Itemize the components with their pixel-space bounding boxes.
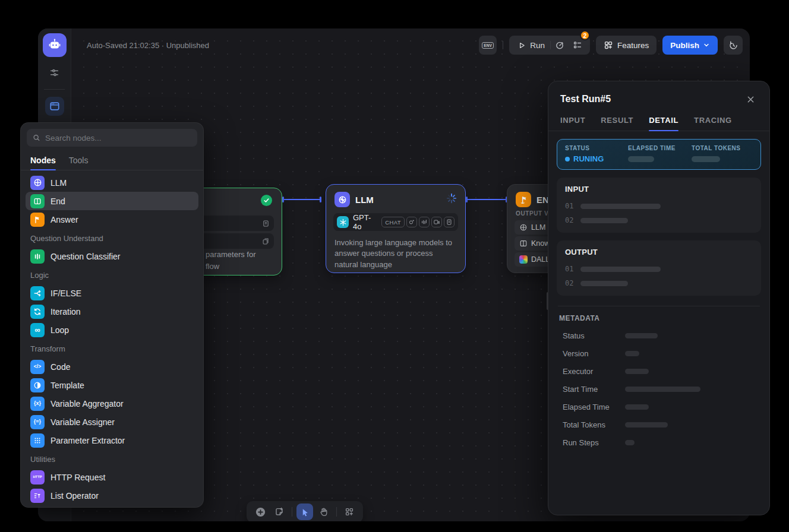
hand-mode-button[interactable]	[315, 504, 332, 520]
elapsed-time-skeleton	[628, 156, 654, 162]
notification-badge: 2	[580, 30, 590, 40]
node-item-if-else[interactable]: IF/ELSE	[26, 284, 198, 302]
node-item-label: Question Classifier	[51, 252, 121, 261]
run-button-group: Run 2	[509, 36, 590, 55]
node-item-variable-assigner[interactable]: {=} Variable Assigner	[26, 413, 198, 431]
checklist-button[interactable]: 2	[570, 37, 585, 53]
workflow-panel-button[interactable]	[45, 97, 64, 116]
model-name: GPT-4o	[353, 213, 377, 231]
search-input[interactable]	[45, 134, 191, 142]
node-item-label: Iteration	[51, 307, 81, 316]
success-check-icon	[261, 195, 272, 206]
tab-tools[interactable]: Tools	[69, 150, 89, 170]
output-title: OUTPUT	[565, 248, 753, 256]
tab-input[interactable]: INPUT	[560, 116, 585, 131]
value-skeleton	[580, 204, 661, 209]
knowledge-book-icon	[519, 239, 528, 248]
run-button[interactable]: Run	[513, 41, 550, 50]
run-history-button[interactable]	[552, 37, 567, 53]
section-utilities: Utilities	[26, 449, 198, 468]
metadata-field-label: Elapsed Time	[563, 403, 625, 411]
section-logic: Logic	[26, 265, 198, 284]
running-dot-icon	[565, 157, 570, 162]
node-item-label: LLM	[51, 178, 67, 188]
end-node-icon	[516, 192, 531, 207]
run-label: Run	[530, 41, 545, 50]
start-node-description: parameters for flow	[206, 249, 256, 272]
edge-start-to-llm	[283, 199, 321, 200]
toolbar-divider	[336, 507, 337, 517]
vision-capability-icon	[406, 217, 417, 227]
organize-layout-button[interactable]	[341, 504, 358, 520]
llm-node[interactable]: LLM GPT-4o CHAT	[326, 184, 466, 273]
total-tokens-skeleton	[692, 156, 720, 162]
node-item-iteration[interactable]: Iteration	[26, 302, 198, 321]
run-panel-tabs: INPUT RESULT DETAIL TRACING	[548, 116, 769, 131]
input-title: INPUT	[565, 185, 753, 194]
metadata-skeleton	[625, 404, 649, 410]
document-capability-icon	[444, 217, 455, 227]
panel-tabs: Nodes Tools	[21, 150, 203, 170]
tab-nodes[interactable]: Nodes	[30, 150, 56, 170]
close-button[interactable]	[743, 92, 758, 106]
tab-result[interactable]: RESULT	[601, 116, 633, 131]
section-transform: Transform	[26, 339, 198, 357]
tab-tracing[interactable]: TRACING	[694, 116, 732, 131]
node-item-answer[interactable]: Answer	[26, 210, 198, 229]
search-box[interactable]	[27, 129, 197, 147]
loop-icon: ∞	[30, 323, 45, 337]
node-item-label: HTTP Request	[51, 473, 105, 482]
model-selector[interactable]: GPT-4o CHAT	[333, 213, 458, 231]
toolbar-separator	[503, 41, 503, 49]
status-card: STATUS RUNING ELAPSED TIME TOTAL TOKENS	[557, 139, 761, 170]
node-item-llm[interactable]: LLM	[26, 173, 198, 192]
node-item-label: Variable Aggregator	[51, 399, 124, 408]
run-group-separator	[550, 41, 551, 49]
metadata-skeleton	[625, 369, 649, 374]
chevron-down-icon	[703, 42, 710, 49]
app-robot-icon[interactable]	[43, 33, 67, 57]
iteration-icon	[30, 305, 45, 319]
plus-circle-icon	[255, 506, 266, 518]
node-item-variable-aggregator[interactable]: {x} Variable Aggregator	[26, 394, 198, 413]
status-label: STATUS	[565, 145, 628, 151]
metadata-field-label: Start Time	[563, 385, 625, 394]
node-item-code[interactable]: </> Code	[26, 357, 198, 376]
tab-detail[interactable]: DETAIL	[649, 116, 678, 131]
node-item-template[interactable]: Template	[26, 376, 198, 394]
node-search-panel: Nodes Tools LLM End Answer Question Unde…	[20, 122, 204, 508]
node-item-loop[interactable]: ∞ Loop	[26, 321, 198, 339]
value-skeleton	[580, 281, 628, 286]
add-note-button[interactable]	[271, 504, 288, 520]
node-item-parameter-extractor[interactable]: Parameter Extractor	[26, 431, 198, 449]
pointer-mode-button[interactable]	[296, 504, 313, 520]
node-item-question-classifier[interactable]: Question Classifier	[26, 247, 198, 265]
node-item-http-request[interactable]: HTTP HTTP Request	[26, 468, 198, 486]
env-button[interactable]: ENV	[479, 36, 497, 55]
metadata-skeleton	[625, 333, 658, 338]
node-item-list-operator[interactable]: List Operator	[26, 486, 198, 505]
document-icon	[262, 220, 270, 227]
status-value: RUNING	[573, 154, 604, 163]
preferences-sliders-icon[interactable]	[45, 63, 64, 82]
canvas-toolbar	[247, 501, 363, 521]
metadata-skeleton	[625, 422, 668, 428]
publish-button[interactable]: Publish	[662, 36, 718, 55]
node-item-end[interactable]: End	[26, 192, 198, 210]
metadata-title: METADATA	[557, 314, 761, 322]
add-node-button[interactable]	[252, 504, 269, 520]
node-item-label: Loop	[51, 325, 69, 335]
features-button[interactable]: Features	[596, 36, 657, 55]
question-classifier-icon	[30, 249, 45, 264]
variable-aggregator-icon: {x}	[30, 397, 45, 411]
features-grid-icon	[604, 40, 613, 50]
test-run-panel: Test Run#5 INPUT RESULT DETAIL TRACING S…	[548, 81, 770, 515]
node-item-label: Code	[51, 362, 70, 372]
openai-icon	[337, 216, 349, 228]
answer-icon	[30, 213, 45, 227]
history-icon	[728, 40, 738, 50]
variable-assigner-icon: {=}	[30, 415, 45, 429]
version-history-button[interactable]	[724, 36, 743, 55]
llm-node-description: Invoking large language models to answer…	[326, 231, 465, 277]
toolbar-divider	[292, 507, 292, 517]
